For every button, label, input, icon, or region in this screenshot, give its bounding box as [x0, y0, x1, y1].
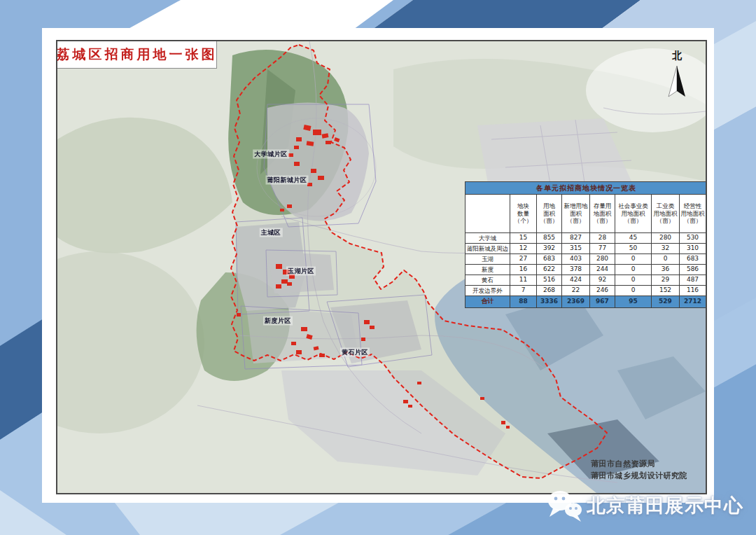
map-title: 荔城区招商用地一张图	[57, 46, 218, 64]
table-cell: 392	[537, 244, 562, 254]
watermark-text: 北京莆田展示中心	[587, 493, 743, 518]
region-label-puyangxincheng: 莆阳新城片区	[266, 176, 309, 185]
table-row-label: 玉湖	[465, 254, 510, 265]
credit-line-1: 莆田市自然资源局	[591, 459, 687, 471]
table-cell: 50	[615, 244, 652, 254]
table-title: 各单元拟招商地块情况一览表	[465, 182, 707, 195]
table-cell: 0	[615, 254, 652, 265]
table-cell: 683	[537, 254, 562, 265]
table-cell: 855	[537, 233, 562, 244]
table-cell: 11	[510, 275, 537, 286]
map-title-box: 荔城区招商用地一张图	[57, 41, 217, 69]
region-label-huangshi: 黄石片区	[340, 348, 370, 357]
table-cell: 403	[562, 254, 590, 265]
region-label-daxuecheng: 大学城片区	[253, 150, 289, 159]
table-row-label: 大学城	[465, 233, 510, 244]
table-cell: 586	[680, 265, 706, 275]
table-column-header: 存量用 地面积 （亩）	[590, 195, 615, 233]
table-column-header: 地块 数量 （个）	[510, 195, 537, 233]
table-total-cell: 95	[615, 296, 652, 307]
table-cell: 27	[510, 254, 537, 265]
table-row-label: 新度	[465, 265, 510, 275]
credits-block: 莆田市自然资源局 莆田市城乡规划设计研究院	[591, 459, 687, 482]
poster-sheet: 荔城区招商用地一张图 北 大学城片区 莆阳新城片区 主城区 玉湖片区 新度片区 …	[42, 28, 714, 503]
table-cell: 827	[562, 233, 590, 244]
table-cell: 622	[537, 265, 562, 275]
watermark: 北京莆田展示中心	[546, 488, 743, 523]
table-cell: 530	[680, 233, 706, 244]
table-cell: 7	[510, 286, 537, 296]
table-cell: 0	[615, 275, 652, 286]
table-column-header: 社会事业类 用地面积 （亩）	[615, 195, 652, 233]
table-cell: 0	[652, 254, 680, 265]
table-cell: 116	[680, 286, 706, 296]
table-cell: 92	[590, 275, 615, 286]
table-total-cell: 3336	[537, 296, 562, 307]
table-cell: 29	[652, 275, 680, 286]
region-label-yuhu: 玉湖片区	[286, 267, 316, 276]
table-total-cell: 529	[652, 296, 680, 307]
table-cell: 246	[590, 286, 615, 296]
table-cell: 16	[510, 265, 537, 275]
table-cell: 77	[590, 244, 615, 254]
table-cell: 0	[615, 286, 652, 296]
table-cell: 28	[590, 233, 615, 244]
table-cell: 280	[590, 254, 615, 265]
map-panel: 荔城区招商用地一张图 北 大学城片区 莆阳新城片区 主城区 玉湖片区 新度片区 …	[56, 40, 707, 494]
table-column-header: 新增用地 面积 （亩）	[562, 195, 590, 233]
table-cell: 487	[680, 275, 706, 286]
table-cell: 683	[680, 254, 706, 265]
table-cell: 45	[615, 233, 652, 244]
table-column-header: 经营性 用地面积 （亩）	[680, 195, 706, 233]
compass: 北	[659, 50, 694, 99]
table-cell: 244	[590, 265, 615, 275]
table-cell: 12	[510, 244, 537, 254]
table-cell: 315	[562, 244, 590, 254]
table-cell: 268	[537, 286, 562, 296]
table-cell: 378	[562, 265, 590, 275]
table-cell: 310	[680, 244, 706, 254]
wechat-icon	[546, 488, 584, 523]
table-row-label: 开发边界外	[465, 286, 510, 296]
credit-line-2: 莆田市城乡规划设计研究院	[591, 471, 687, 482]
table-grid: 地块 数量 （个）用地 面积 （亩）新增用地 面积 （亩）存量用 地面积 （亩）…	[465, 195, 707, 307]
table-cell: 424	[562, 275, 590, 286]
region-label-zhuchengqu: 主城区	[260, 228, 283, 237]
table-cell: 36	[652, 265, 680, 275]
table-column-header: 工业类 用地面积 （亩）	[652, 195, 680, 233]
table-total-cell: 2712	[680, 296, 706, 307]
table-total-label: 合计	[465, 296, 510, 307]
table-cell: 516	[537, 275, 562, 286]
table-cell: 0	[615, 265, 652, 275]
table-cell: 280	[652, 233, 680, 244]
north-label: 北	[659, 50, 694, 62]
table-corner-cell	[465, 195, 510, 233]
table-cell: 152	[652, 286, 680, 296]
table-cell: 15	[510, 233, 537, 244]
table-row-label: 黄石	[465, 275, 510, 286]
table-total-cell: 967	[590, 296, 615, 307]
region-label-xindu: 新度片区	[263, 317, 293, 326]
table-total-cell: 2369	[562, 296, 590, 307]
page: 荔城区招商用地一张图 北 大学城片区 莆阳新城片区 主城区 玉湖片区 新度片区 …	[0, 0, 756, 535]
parcel-summary-table: 各单元拟招商地块情况一览表 地块 数量 （个）用地 面积 （亩）新增用地 面积 …	[465, 181, 707, 308]
table-cell: 22	[562, 286, 590, 296]
table-row-label: 莆阳新城及周边	[465, 244, 510, 254]
table-total-cell: 88	[510, 296, 537, 307]
north-arrow-icon	[664, 63, 690, 99]
table-column-header: 用地 面积 （亩）	[537, 195, 562, 233]
table-cell: 32	[652, 244, 680, 254]
